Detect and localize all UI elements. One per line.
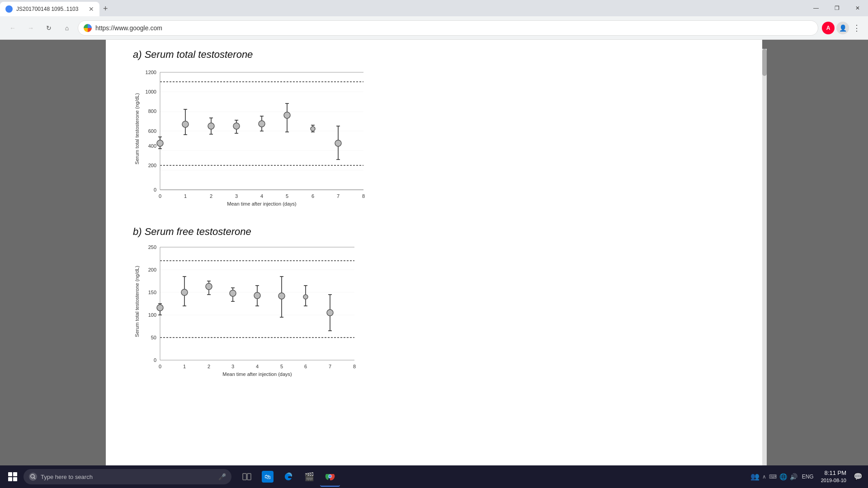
svg-line-116 (34, 478, 35, 479)
svg-point-94 (206, 283, 212, 290)
svg-point-110 (327, 310, 333, 316)
chart-a-container: 0 200 400 600 800 1000 1200 0 1 2 (133, 68, 735, 208)
people-icon[interactable]: 👥 (750, 472, 760, 481)
keyboard-icon: ⌨ (769, 474, 777, 480)
svg-point-86 (157, 305, 163, 311)
svg-point-98 (230, 290, 236, 296)
chart-a-y-label: Serum total testosterone (ng/dL) (134, 93, 140, 164)
close-button[interactable]: ✕ (847, 1, 868, 15)
task-view-button[interactable] (237, 467, 257, 487)
google-icon (84, 24, 92, 32)
address-bar: ← → ↻ ⌂ A 👤 ⋮ (0, 16, 868, 40)
svg-text:7: 7 (329, 364, 331, 369)
svg-text:0: 0 (154, 357, 156, 363)
minimize-button[interactable]: — (806, 1, 826, 15)
chart-b-section: b) Serum free testosterone (133, 226, 735, 378)
svg-text:0: 0 (159, 364, 161, 369)
svg-rect-117 (243, 474, 246, 480)
svg-text:2: 2 (210, 193, 212, 199)
left-margin (0, 40, 106, 465)
network-icon: 🌐 (779, 473, 787, 480)
chart-b-title: b) Serum free testosterone (133, 226, 735, 238)
system-tray: 👥 ∧ ⌨ 🌐 🔊 ENG 8:11 PM 2019-08-10 💬 (750, 469, 864, 484)
svg-text:200: 200 (148, 267, 156, 272)
svg-text:150: 150 (148, 290, 156, 295)
svg-point-38 (208, 123, 214, 129)
tab-title: JS201700148 1095..1103 (16, 6, 85, 12)
forward-button[interactable]: → (24, 21, 38, 35)
url-bar[interactable] (78, 20, 818, 36)
chart-b-svg: 0 50 100 150 200 250 0 1 2 3 4 (133, 245, 377, 378)
svg-text:4: 4 (260, 193, 263, 199)
home-button[interactable]: ⌂ (60, 21, 74, 35)
svg-point-102 (254, 292, 260, 299)
svg-point-114 (303, 295, 308, 299)
page-center[interactable]: a) Serum total testosterone (106, 40, 762, 465)
svg-point-46 (259, 121, 265, 127)
back-button[interactable]: ← (5, 21, 20, 35)
svg-text:6: 6 (311, 193, 314, 199)
start-button[interactable] (4, 468, 22, 486)
svg-point-50 (284, 112, 290, 118)
svg-text:1: 1 (184, 193, 187, 199)
svg-text:1: 1 (183, 364, 186, 369)
taskbar-apps: 🛍 🎬 (237, 467, 340, 487)
search-placeholder: Type here to search (41, 474, 93, 480)
tab-bar: JS201700148 1095..1103 ✕ + — ❐ ✕ (0, 0, 868, 16)
svg-text:800: 800 (148, 108, 156, 114)
tab-favicon (5, 5, 13, 13)
chart-a-x-label: Mean time after injection (days) (227, 201, 296, 206)
svg-text:200: 200 (148, 163, 156, 168)
chart-b-container: 0 50 100 150 200 250 0 1 2 3 4 (133, 245, 735, 378)
search-circle-icon (29, 473, 37, 481)
windows-icon (8, 472, 17, 481)
svg-text:50: 50 (151, 335, 156, 340)
tray-icons: 👥 ∧ ⌨ 🌐 🔊 ENG (750, 472, 814, 481)
store-icon: 🛍 (262, 471, 274, 483)
new-tab-button[interactable]: + (99, 2, 112, 15)
svg-point-122 (329, 475, 331, 478)
clock[interactable]: 8:11 PM 2019-08-10 (821, 469, 846, 484)
svg-text:100: 100 (148, 312, 156, 318)
svg-text:1200: 1200 (146, 70, 156, 75)
volume-icon[interactable]: 🔊 (790, 473, 797, 480)
search-icon (30, 474, 36, 479)
mic-icon[interactable]: 🎤 (218, 473, 226, 480)
svg-point-54 (335, 140, 341, 146)
edge-app[interactable] (278, 467, 298, 487)
chart-b-y-label: Serum total testosterone (ng/dL) (134, 266, 140, 337)
svg-text:600: 600 (148, 128, 156, 134)
svg-point-106 (278, 293, 285, 299)
clock-date: 2019-08-10 (821, 477, 846, 484)
maximize-button[interactable]: ❐ (826, 1, 847, 15)
profile-icon[interactable]: 👤 (836, 22, 849, 34)
svg-point-90 (181, 289, 188, 296)
edge-icon (283, 471, 294, 483)
films-app[interactable]: 🎬 (299, 467, 319, 487)
svg-text:0: 0 (154, 187, 156, 192)
svg-point-30 (157, 140, 163, 146)
svg-point-115 (31, 474, 34, 478)
svg-point-58 (311, 127, 315, 131)
refresh-button[interactable]: ↻ (42, 21, 56, 35)
chevron-up-icon[interactable]: ∧ (762, 474, 766, 480)
menu-icon[interactable]: ⋮ (851, 21, 863, 35)
svg-text:2: 2 (208, 364, 210, 369)
notification-icon[interactable]: 💬 (854, 472, 863, 481)
svg-text:5: 5 (286, 193, 288, 199)
active-tab[interactable]: JS201700148 1095..1103 ✕ (0, 2, 99, 16)
chart-b-x-label: Mean time after injection (days) (222, 371, 292, 377)
store-app[interactable]: 🛍 (258, 467, 278, 487)
taskbar-search[interactable]: Type here to search 🎤 (24, 469, 231, 484)
svg-point-34 (182, 121, 189, 127)
avast-icon: A (822, 22, 835, 34)
svg-text:250: 250 (148, 245, 156, 250)
svg-rect-118 (247, 474, 251, 480)
tab-close-button[interactable]: ✕ (89, 5, 94, 13)
url-input[interactable] (95, 24, 812, 32)
chrome-app[interactable] (320, 467, 340, 487)
chrome-icon (324, 470, 336, 482)
svg-text:400: 400 (148, 143, 156, 149)
svg-text:3: 3 (235, 193, 238, 199)
svg-text:3: 3 (231, 364, 234, 369)
